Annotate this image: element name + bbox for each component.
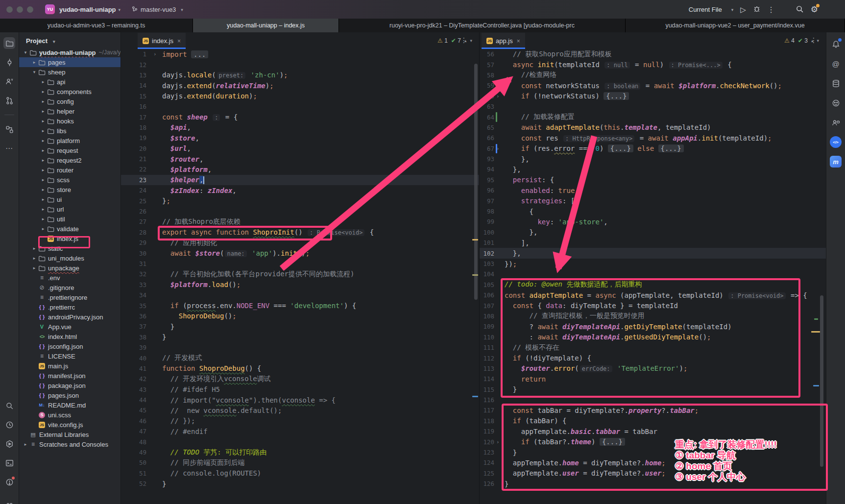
more-tools-icon[interactable]: ⋯	[3, 143, 15, 154]
tree-item[interactable]: { }package.json	[19, 381, 121, 390]
code-line[interactable]: 66 const res : HttpResponse<any> = await…	[480, 133, 826, 143]
code-line[interactable]: 38}	[121, 332, 479, 342]
code-line[interactable]: 42 // 开发环境引入vconsole调试	[121, 374, 479, 384]
tree-item[interactable]: { }pages.json	[19, 390, 121, 400]
code-line[interactable]: 21 $router,	[121, 154, 479, 164]
code-line[interactable]: 101 ],	[480, 238, 826, 248]
fold-chevron-icon[interactable]: ›	[496, 439, 505, 445]
code-line[interactable]: 93 },	[480, 154, 826, 164]
run-configuration[interactable]: Current File	[689, 6, 722, 13]
code-line[interactable]: 58 //检查网络	[480, 70, 826, 80]
code-line[interactable]: 23 $helper,	[121, 175, 479, 185]
tree-item[interactable]: ▸api	[19, 77, 121, 87]
tree-item[interactable]: M↓README.md	[19, 400, 121, 410]
code-line[interactable]: 22 $platform,	[121, 164, 479, 174]
code-line[interactable]: 18 $api,	[121, 122, 479, 133]
debug-button[interactable]	[753, 5, 761, 14]
search-everywhere-icon[interactable]	[3, 400, 15, 411]
code-line[interactable]: 99 key: 'app-store',	[480, 216, 826, 227]
code-line[interactable]: 107 const { data: diyTemplate } = templa…	[480, 300, 826, 311]
tree-item[interactable]: { }manifest.json	[19, 371, 121, 381]
tree-item[interactable]: JSvite.config.js	[19, 420, 121, 430]
inspections-widget[interactable]: ⚠ 4 ✔ 3 ▴ ▾	[784, 37, 819, 44]
code-line[interactable]: 118 if (tabBar) {	[480, 416, 826, 426]
tree-item[interactable]: { }.prettierrc	[19, 302, 121, 312]
tree-item[interactable]: ▸scss	[19, 175, 121, 185]
code-line[interactable]: 110 : await diyTemplateApi.getUsedDiyTem…	[480, 332, 826, 342]
ai-assistant-icon[interactable]: @	[830, 58, 842, 70]
prev-issue-icon[interactable]: ▴	[811, 38, 814, 43]
terminal-icon[interactable]	[3, 457, 15, 469]
settings-gear-icon[interactable]: ⚙	[811, 5, 818, 14]
code-line[interactable]: 39	[121, 342, 479, 353]
code-line[interactable]: 25};	[121, 195, 479, 206]
tree-item[interactable]: ▸url	[19, 204, 121, 214]
code-line[interactable]: 46 // });	[121, 416, 479, 426]
tree-item[interactable]: ▸static	[19, 243, 121, 253]
code-line[interactable]: 26	[121, 206, 479, 216]
code-line[interactable]: 115 }	[480, 384, 826, 395]
window-zoom-icon[interactable]	[27, 6, 33, 13]
code-line[interactable]: 49 // TODO 芋艿: 可以打印路由	[121, 447, 479, 457]
code-line[interactable]: 96 enabled: true,	[480, 185, 826, 195]
tree-item[interactable]: ▸store	[19, 185, 121, 194]
tree-item[interactable]: { }jsconfig.json	[19, 341, 121, 351]
more-actions-icon[interactable]: ⋮	[768, 6, 775, 13]
code-line[interactable]: 67› if (res.error === 0) {...} else {...…	[480, 144, 826, 154]
tree-item[interactable]: ⊘.gitignore	[19, 283, 121, 292]
window-tab[interactable]: ruoyi-vue-pro-jdk21 – DiyTemplateControl…	[339, 19, 626, 32]
tree-item[interactable]: ▾yudao-mall-uniapp~/Java/yud	[19, 48, 121, 57]
code-line[interactable]: 44 // import("vconsole").then(vconsole =…	[121, 395, 479, 405]
version-control-icon[interactable]	[3, 495, 15, 504]
fold-chevron-icon[interactable]: ›	[496, 145, 505, 152]
tree-item[interactable]: ▸request	[19, 145, 121, 155]
code-line[interactable]: 1›import ...	[121, 49, 479, 59]
project-badge[interactable]: YU	[45, 4, 55, 14]
code-line[interactable]: 95 persist: {	[480, 175, 826, 185]
code-line[interactable]: 40// 开发模式	[121, 353, 479, 363]
code-line[interactable]: 64 // 加载装修配置	[480, 112, 826, 122]
code-line[interactable]: 51 // console.log(ROUTES)	[121, 468, 479, 479]
code-line[interactable]: 27// 加载Shopro底层依赖	[121, 216, 479, 227]
tree-item[interactable]: ▸pages	[19, 57, 121, 67]
tab-index-js[interactable]: JS index.js ×	[138, 33, 186, 49]
recent-locations-icon[interactable]	[3, 419, 15, 431]
services-icon[interactable]	[3, 438, 15, 450]
code-line[interactable]: 59 const networkStatus : boolean = await…	[480, 80, 826, 91]
code-line[interactable]: 45 // new vconsole.default();	[121, 405, 479, 415]
code-line[interactable]: 102 },	[480, 248, 826, 258]
code-line[interactable]: 34	[121, 290, 479, 300]
code-line[interactable]: 12	[121, 59, 479, 70]
commit-icon[interactable]	[3, 56, 15, 68]
code-with-me-users-icon[interactable]	[830, 117, 842, 128]
code-line[interactable]: 108 // 查询指定模板，一般是预览时使用	[480, 311, 826, 321]
scrollbar-thumb[interactable]	[820, 295, 823, 467]
window-tab[interactable]: yudao-ui-admin-vue3 – remaining.ts	[0, 19, 193, 32]
code-line[interactable]: 41function ShoproDebug() {	[121, 363, 479, 374]
tree-item[interactable]: ▸components	[19, 87, 121, 96]
panel-title[interactable]: Project	[26, 37, 48, 45]
window-close-icon[interactable]	[6, 6, 13, 13]
project-icon[interactable]	[3, 37, 15, 49]
code-line[interactable]: 31	[121, 259, 479, 269]
scrollbar-thumb[interactable]	[474, 64, 478, 300]
code-line[interactable]: 111 // 模板不存在	[480, 342, 826, 353]
tree-item[interactable]: ≡.env	[19, 273, 121, 283]
code-line[interactable]: 106const adaptTemplate = async (appTempl…	[480, 290, 826, 300]
code-line[interactable]: 113 $router.error(errCode: 'TemplateErro…	[480, 363, 826, 374]
tree-item[interactable]: <>index.html	[19, 332, 121, 341]
code-line[interactable]: 24 $zIndex: zIndex,	[121, 185, 479, 195]
code-line[interactable]: 94 },	[480, 164, 826, 174]
tree-item[interactable]: ▸hooks	[19, 116, 121, 126]
code-line[interactable]: 97 strategies: [	[480, 195, 826, 206]
tree-item[interactable]: ▸config	[19, 96, 121, 106]
code-line[interactable]: 14dayjs.extend(relativeTime);	[121, 80, 479, 91]
close-icon[interactable]: ×	[517, 38, 520, 45]
code-line[interactable]: 105// todo: @owen 先做数据适配，后期重构	[480, 280, 826, 290]
code-with-me-icon[interactable]	[3, 75, 15, 87]
code-line[interactable]: 57 async init(templateId : null = null) …	[480, 59, 826, 70]
code-chat-plugin-icon[interactable]: </>	[830, 136, 842, 148]
code-line[interactable]: 117 const tabBar = diyTemplate?.property…	[480, 405, 826, 415]
code-line[interactable]: 17const sheep : = {	[121, 112, 479, 122]
window-tab[interactable]: yudao-mall-uniapp-vue2 – user_payment/in…	[626, 19, 845, 32]
